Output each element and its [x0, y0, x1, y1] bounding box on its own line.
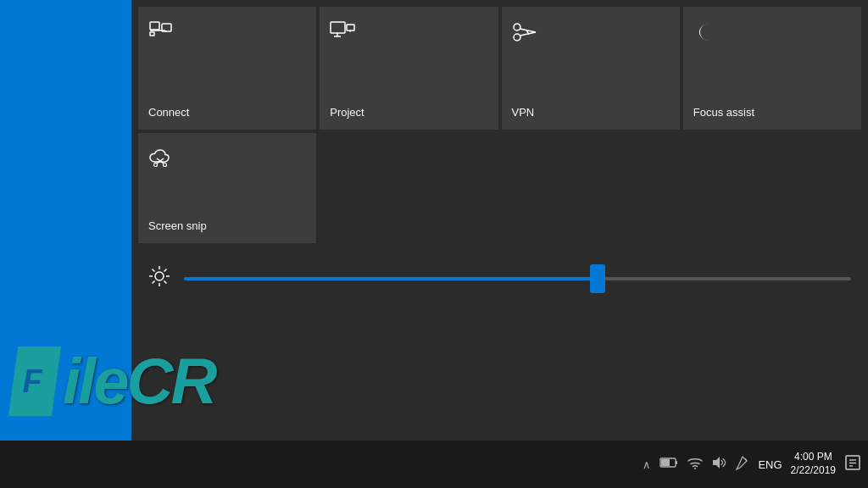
- brightness-track[interactable]: [184, 277, 851, 280]
- blue-sidebar: [0, 0, 131, 488]
- slider-thumb[interactable]: [590, 264, 605, 293]
- empty-tile-3: [502, 133, 680, 243]
- taskbar-clock[interactable]: 4:00 PM 2/22/2019: [791, 451, 836, 477]
- tile-screen-snip[interactable]: Screen snip: [138, 133, 316, 243]
- wifi-icon[interactable]: [687, 456, 704, 473]
- quick-actions-row2: Screen snip: [131, 133, 868, 250]
- empty-tile-2: [320, 133, 498, 243]
- svg-rect-8: [347, 25, 354, 30]
- notification-icon[interactable]: [844, 454, 861, 475]
- empty-tile-4: [683, 133, 861, 243]
- battery-icon[interactable]: [659, 457, 678, 472]
- connect-icon: [148, 20, 174, 50]
- svg-marker-32: [713, 457, 720, 469]
- taskbar-time-value: 4:00 PM: [794, 451, 832, 464]
- taskbar: ∧: [0, 441, 868, 488]
- slider-fill: [184, 277, 598, 280]
- svg-rect-29: [661, 459, 670, 466]
- action-center: Connect Project: [131, 0, 868, 488]
- tile-connect[interactable]: Connect: [138, 7, 316, 130]
- svg-point-18: [164, 164, 167, 167]
- svg-rect-0: [150, 22, 159, 30]
- svg-point-17: [154, 164, 158, 167]
- vpn-icon: [512, 20, 537, 50]
- svg-line-25: [164, 281, 167, 284]
- svg-line-27: [153, 281, 155, 284]
- focus-assist-icon: [693, 20, 717, 50]
- taskbar-date-value: 2/22/2019: [791, 464, 836, 478]
- slider-track-bg: [184, 277, 851, 280]
- project-icon: [330, 20, 355, 48]
- screen-snip-label: Screen snip: [148, 219, 207, 233]
- quick-actions-row1: Connect Project: [131, 0, 868, 133]
- taskbar-right-area: ∧: [643, 451, 861, 477]
- volume-icon[interactable]: [712, 456, 727, 473]
- svg-point-31: [694, 468, 696, 469]
- connect-label: Connect: [148, 106, 189, 119]
- brightness-icon: [148, 265, 170, 292]
- svg-rect-5: [331, 22, 345, 33]
- svg-point-19: [155, 272, 164, 280]
- brightness-slider-area: [131, 250, 868, 308]
- focus-assist-label: Focus assist: [693, 106, 754, 119]
- tile-vpn[interactable]: VPN: [502, 7, 680, 130]
- language-indicator[interactable]: ENG: [758, 458, 782, 471]
- svg-point-10: [514, 24, 520, 30]
- svg-rect-30: [676, 461, 677, 464]
- chevron-up-icon[interactable]: ∧: [643, 458, 651, 471]
- project-label: Project: [330, 106, 364, 119]
- svg-point-11: [514, 34, 520, 41]
- tile-focus-assist[interactable]: Focus assist: [683, 7, 861, 130]
- svg-rect-1: [150, 32, 154, 36]
- vpn-label: VPN: [512, 106, 535, 119]
- svg-line-24: [153, 269, 155, 272]
- svg-line-26: [164, 269, 167, 272]
- tile-project[interactable]: Project: [320, 7, 498, 130]
- pen-icon[interactable]: [736, 455, 749, 474]
- screen-snip-icon: [148, 147, 174, 175]
